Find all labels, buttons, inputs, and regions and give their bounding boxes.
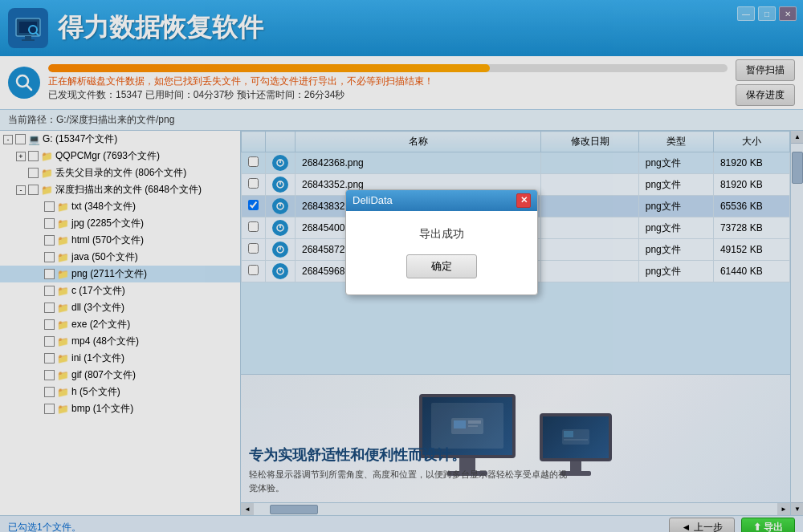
modal-dialog: DeliData ✕ 导出成功 确定: [345, 189, 538, 295]
modal-overlay: DeliData ✕ 导出成功 确定: [0, 0, 803, 532]
modal-body: 导出成功 确定: [346, 211, 537, 294]
modal-title-bar: DeliData ✕: [346, 190, 537, 211]
modal-ok-button[interactable]: 确定: [406, 254, 477, 278]
modal-message: 导出成功: [362, 227, 521, 242]
modal-close-button[interactable]: ✕: [516, 193, 531, 208]
modal-title: DeliData: [353, 194, 393, 206]
